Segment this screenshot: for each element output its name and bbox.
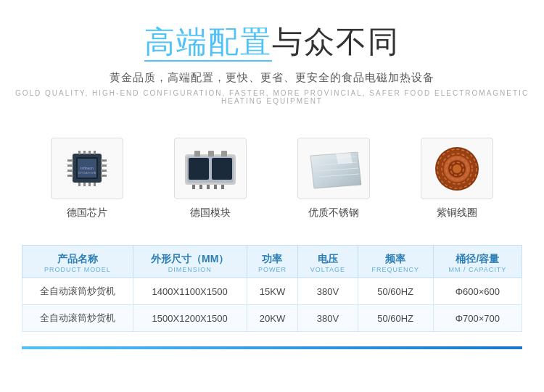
cell-name-1: 全自动滚筒炒货机 [22, 278, 133, 305]
steel-icon [303, 145, 365, 192]
feature-label-coil: 紫铜线圈 [437, 207, 477, 220]
svg-rect-29 [199, 185, 202, 189]
cell-cap-1: Φ600×600 [433, 278, 522, 305]
features-section: Infineon GP15AF•EPA 德国芯片 [0, 120, 544, 234]
table-row: 全自动滚筒炒货机 1400X1100X1500 15KW 380V 50/60H… [22, 278, 522, 305]
svg-rect-16 [101, 164, 107, 167]
svg-rect-23 [189, 158, 209, 180]
table-header-row: 产品名称 PRODUCT MODEL 外形尺寸（MM） DIMENSION 功率… [22, 246, 522, 278]
feature-module: 德国模块 [163, 138, 257, 220]
feature-steel: 优质不锈钢 [287, 138, 381, 220]
module-icon [181, 147, 239, 191]
col-header-frequency: 频率 FREQUENCY [358, 246, 433, 278]
svg-rect-24 [212, 158, 232, 180]
hero-title-highlight: 高端配置 [144, 25, 272, 62]
svg-rect-4 [83, 151, 86, 154]
svg-rect-18 [101, 175, 107, 177]
svg-rect-7 [78, 183, 81, 186]
svg-rect-15 [101, 159, 107, 162]
table-row: 全自动滚筒炒货机 1500X1200X1500 20KW 380V 50/60H… [22, 305, 522, 332]
cell-freq-2: 50/60HZ [358, 305, 433, 332]
feature-label-chip: 德国芯片 [67, 207, 107, 220]
page-wrapper: 高端配置与众不同 黄金品质，高端配置，更快、更省、更安全的食品电磁加热设备 GO… [0, 0, 544, 349]
hero-subtitle-en: GOLD QUALITY, HIGH-END CONFIGURATION, FA… [15, 89, 529, 105]
specs-table: 产品名称 PRODUCT MODEL 外形尺寸（MM） DIMENSION 功率… [22, 245, 522, 332]
svg-rect-28 [192, 185, 195, 189]
svg-text:Infineon: Infineon [81, 166, 94, 170]
cell-freq-1: 50/60HZ [358, 278, 433, 305]
table-section: 产品名称 PRODUCT MODEL 外形尺寸（MM） DIMENSION 功率… [0, 234, 544, 346]
svg-rect-13 [67, 170, 73, 172]
feature-label-module: 德国模块 [190, 207, 231, 220]
cell-cap-2: Φ700×700 [433, 305, 522, 332]
svg-rect-8 [83, 183, 86, 186]
feature-chip: Infineon GP15AF•EPA 德国芯片 [40, 138, 134, 220]
col-header-voltage: 电压 VOLTAGE [298, 246, 358, 278]
svg-rect-26 [208, 151, 214, 157]
svg-rect-5 [88, 151, 91, 154]
svg-rect-32 [221, 185, 224, 189]
svg-rect-6 [94, 151, 96, 154]
cell-power-1: 15KW [247, 278, 298, 305]
svg-rect-30 [207, 185, 210, 189]
svg-rect-11 [67, 159, 73, 162]
svg-rect-31 [214, 185, 217, 189]
svg-rect-14 [67, 175, 73, 177]
hero-title-rest: 与众不同 [272, 25, 400, 59]
svg-rect-9 [88, 183, 91, 186]
svg-rect-10 [94, 183, 96, 186]
bottom-bar [22, 346, 522, 349]
svg-rect-12 [67, 164, 73, 167]
cell-dim-2: 1500X1200X1500 [133, 305, 247, 332]
svg-rect-25 [194, 151, 200, 157]
feature-icon-box-module [174, 138, 247, 199]
col-header-power: 功率 POWER [247, 246, 298, 278]
feature-label-steel: 优质不锈钢 [308, 207, 359, 220]
col-header-dimension: 外形尺寸（MM） DIMENSION [133, 246, 247, 278]
feature-icon-box-coil [421, 138, 493, 199]
col-header-name: 产品名称 PRODUCT MODEL [22, 246, 133, 278]
cell-dim-1: 1400X1100X1500 [133, 278, 247, 305]
svg-text:GP15AF•EPA: GP15AF•EPA [78, 171, 96, 175]
cell-name-2: 全自动滚筒炒货机 [22, 305, 133, 332]
cell-power-2: 20KW [247, 305, 298, 332]
coil-icon [430, 143, 485, 194]
svg-rect-3 [78, 151, 81, 154]
feature-icon-box-chip: Infineon GP15AF•EPA [51, 138, 123, 199]
cell-voltage-2: 380V [298, 305, 358, 332]
feature-icon-box-steel [297, 138, 370, 199]
feature-coil: 紫铜线圈 [410, 138, 504, 220]
hero-title: 高端配置与众不同 [15, 22, 529, 62]
hero-section: 高端配置与众不同 黄金品质，高端配置，更快、更省、更安全的食品电磁加热设备 GO… [0, 0, 544, 120]
svg-rect-17 [101, 170, 107, 172]
cell-voltage-1: 380V [298, 278, 358, 305]
svg-marker-38 [336, 153, 353, 164]
hero-subtitle-cn: 黄金品质，高端配置，更快、更省、更安全的食品电磁加热设备 [15, 71, 529, 85]
svg-point-43 [453, 164, 461, 173]
chip-icon: Infineon GP15AF•EPA [62, 145, 112, 192]
col-header-capacity: 桶径/容量 MM / CAPACITY [433, 246, 522, 278]
svg-rect-27 [221, 151, 227, 157]
